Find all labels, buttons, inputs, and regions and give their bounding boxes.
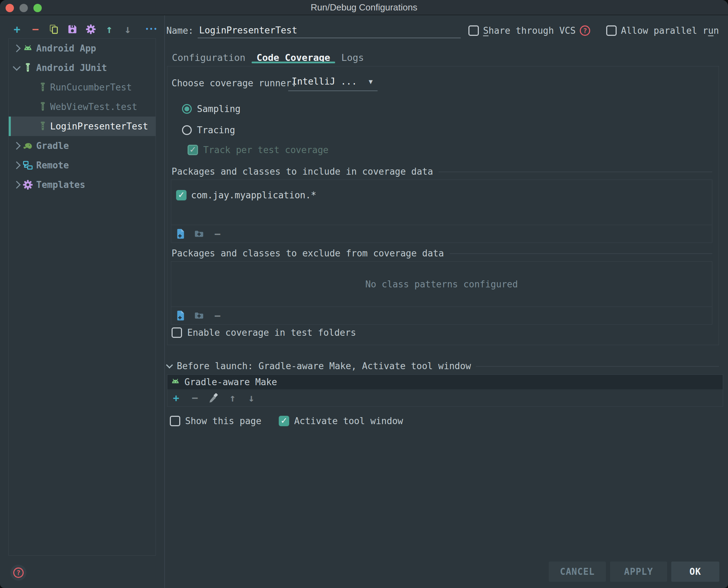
remove-task-icon[interactable]: − [190,393,200,403]
apply-button[interactable]: APPLY [610,562,667,582]
cancel-button[interactable]: CANCEL [549,562,606,582]
add-class-icon[interactable] [175,310,186,321]
allow-parallel-run-label: Allow parallel run [621,25,719,36]
zoom-window-button[interactable] [33,4,42,12]
add-package-icon[interactable] [194,310,204,321]
save-configuration-icon[interactable] [67,24,78,34]
chevron-down-icon[interactable] [13,63,21,71]
chevron-right-icon[interactable] [13,142,21,150]
gradle-icon [23,141,33,151]
close-window-button[interactable] [6,4,14,12]
remove-pattern-icon[interactable]: − [212,310,223,321]
include-patterns-pane: ✓ com.jay.myapplication.* − [171,180,712,243]
testtube-icon [23,63,33,73]
copy-configuration-icon[interactable] [49,24,59,34]
tree-item-android-junit[interactable]: Android JUnit [9,58,156,78]
chevron-right-icon[interactable] [13,181,21,189]
tree-item-loginpresentertest-selected[interactable]: LoginPresenterTest [9,117,156,136]
tree-item-label: LoginPresenterTest [50,121,148,132]
share-through-vcs-checkbox[interactable]: ✓ [468,25,479,36]
android-icon [23,43,33,54]
name-row: Name: ✓ Share through VCS ? ✓ Allow para… [166,23,719,38]
add-task-icon[interactable]: + [171,393,181,403]
coverage-runner-dropdown[interactable]: IntelliJ ... ▼ [288,74,378,91]
ok-button[interactable]: OK [671,562,719,582]
edit-task-pencil-icon[interactable] [208,393,219,403]
coverage-runner-value: IntelliJ ... [292,76,357,87]
pattern-checkbox[interactable]: ✓ [176,190,187,200]
track-per-test-label: Track per test coverage [203,145,329,155]
share-vcs-help-icon[interactable]: ? [580,25,590,36]
edit-templates-gear-icon[interactable] [86,24,96,34]
include-patterns-list: ✓ com.jay.myapplication.* [171,180,712,225]
tree-item-gradle[interactable]: Gradle [9,136,156,156]
move-task-down-icon[interactable]: ↓ [246,393,256,403]
tree-item-label: Android App [36,43,96,54]
exclude-section-header: Packages and classes to exclude from cov… [172,246,712,261]
remove-pattern-icon[interactable]: − [212,229,223,239]
tracing-radio[interactable] [182,125,192,135]
chevron-right-icon[interactable] [13,45,21,53]
tab-configuration[interactable]: Configuration [166,48,251,65]
add-class-icon[interactable] [175,229,186,239]
tree-item-templates[interactable]: Templates [9,175,156,194]
templates-gear-icon [23,180,33,190]
help-button[interactable]: ? [10,565,26,581]
enable-coverage-test-folders-checkbox[interactable]: ✓ [172,327,182,338]
dialog-buttons: CANCEL APPLY OK [549,562,719,582]
minimize-window-button[interactable] [19,4,28,12]
tab-code-coverage[interactable]: Code Coverage [251,48,335,65]
allow-parallel-run-checkbox[interactable]: ✓ [606,25,617,36]
tree-item-label: Templates [36,180,85,190]
enable-coverage-test-folders-option: ✓ Enable coverage in test folders [172,325,356,340]
include-pattern-row[interactable]: ✓ com.jay.myapplication.* [176,188,707,203]
coverage-runner-label: Choose coverage runner: [172,78,297,88]
move-task-up-icon[interactable]: ↑ [227,393,238,403]
activate-tool-window-checkbox[interactable]: ✓ [279,416,289,426]
sidebar-toolbar: + − ↑ ↓ ••• [0,19,157,40]
header-rule [450,253,712,254]
window-title: Run/Debug Configurations [311,2,417,13]
configuration-editor: Name: ✓ Share through VCS ? ✓ Allow para… [165,15,728,588]
pattern-label: com.jay.myapplication.* [191,190,316,200]
configurations-sidebar: + − ↑ ↓ ••• Android App [0,15,165,588]
coverage-runner-row: Choose coverage runner: [172,76,297,91]
tabs: Configuration Code Coverage Logs [166,48,370,65]
name-input[interactable] [198,23,461,38]
add-package-icon[interactable] [194,229,204,239]
name-label: Name: [166,25,193,36]
show-this-page-checkbox[interactable]: ✓ [170,416,180,426]
track-per-test-checkbox: ✓ [188,145,198,155]
tree-item-label: Gradle [36,141,69,151]
dropdown-caret-icon: ▼ [369,78,373,85]
before-launch-header[interactable]: Before launch: Gradle-aware Make, Activa… [167,358,719,374]
add-configuration-icon[interactable]: + [12,24,22,34]
enable-coverage-test-folders-label: Enable coverage in test folders [187,327,356,338]
header-rule [476,366,719,367]
titlebar: Run/Debug Configurations [0,0,728,15]
before-launch-options: ✓ Show this page ✓ Activate tool window [170,413,403,429]
exclude-patterns-pane: No class patterns configured − [171,261,712,325]
collapse-chevron-icon[interactable] [166,361,173,368]
before-launch-task-row[interactable]: Gradle-aware Make [167,375,723,389]
tree-item-label: Remote [36,160,69,170]
tree-item-webviewtest[interactable]: WebViewTest.test [9,97,156,117]
tree-item-remote[interactable]: Remote [9,156,156,175]
exclude-pane-toolbar: − [171,307,712,324]
before-launch-box: Gradle-aware Make + − ↑ ↓ [167,374,723,407]
move-up-icon[interactable]: ↑ [104,24,114,34]
include-pane-toolbar: − [171,225,712,243]
before-launch-task-label: Gradle-aware Make [184,377,277,387]
move-down-icon[interactable]: ↓ [122,24,133,34]
tracing-option: Tracing [182,122,235,138]
remove-configuration-icon[interactable]: − [30,24,41,34]
sampling-radio[interactable] [182,104,192,114]
tab-logs[interactable]: Logs [336,48,370,65]
chevron-right-icon[interactable] [13,161,21,169]
tree-item-runcucumbertest[interactable]: RunCucumberTest [9,78,156,97]
configurations-tree: Android App Android JUnit RunCucumberTes… [8,38,156,556]
more-actions-icon[interactable]: ••• [147,24,157,34]
testtube-icon [38,82,47,93]
tree-item-android-app[interactable]: Android App [9,39,156,58]
before-launch-title: Before launch: Gradle-aware Make, Activa… [177,361,471,371]
